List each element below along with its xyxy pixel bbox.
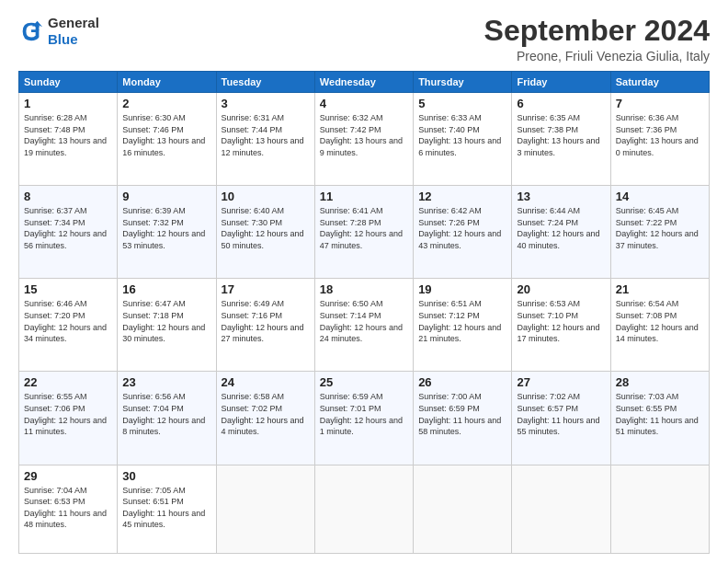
- calendar-day-cell: 22Sunrise: 6:55 AMSunset: 7:06 PMDayligh…: [19, 372, 118, 465]
- day-number: 12: [418, 190, 506, 203]
- calendar-day-cell: 3Sunrise: 6:31 AMSunset: 7:44 PMDaylight…: [216, 93, 314, 186]
- day-number: 26: [418, 375, 506, 389]
- day-info: Sunrise: 6:50 AMSunset: 7:14 PMDaylight:…: [320, 298, 408, 344]
- day-number: 5: [418, 97, 506, 110]
- day-info: Sunrise: 7:03 AMSunset: 6:55 PMDaylight:…: [616, 391, 704, 437]
- calendar-header-cell: Monday: [118, 72, 216, 93]
- day-number: 29: [24, 469, 112, 483]
- calendar-table: SundayMondayTuesdayWednesdayThursdayFrid…: [18, 71, 710, 554]
- day-number: 8: [24, 190, 112, 203]
- calendar-day-cell: 29Sunrise: 7:04 AMSunset: 6:53 PMDayligh…: [19, 465, 118, 554]
- header: General Blue September 2024 Preone, Friu…: [18, 15, 710, 63]
- day-number: 20: [517, 282, 605, 296]
- calendar-day-cell: [414, 465, 512, 554]
- logo-icon: [18, 18, 44, 44]
- calendar-day-cell: 13Sunrise: 6:44 AMSunset: 7:24 PMDayligh…: [512, 186, 610, 279]
- calendar-day-cell: 21Sunrise: 6:54 AMSunset: 7:08 PMDayligh…: [610, 279, 709, 372]
- calendar-day-cell: 9Sunrise: 6:39 AMSunset: 7:32 PMDaylight…: [118, 186, 216, 279]
- day-number: 28: [616, 375, 704, 389]
- calendar-header-cell: Sunday: [19, 72, 118, 93]
- calendar-day-cell: 10Sunrise: 6:40 AMSunset: 7:30 PMDayligh…: [216, 186, 314, 279]
- day-info: Sunrise: 6:28 AMSunset: 7:48 PMDaylight:…: [24, 112, 112, 158]
- calendar-day-cell: 8Sunrise: 6:37 AMSunset: 7:34 PMDaylight…: [19, 186, 118, 279]
- day-number: 11: [320, 190, 408, 203]
- calendar-header-cell: Friday: [512, 72, 610, 93]
- day-number: 6: [517, 97, 605, 110]
- day-number: 19: [418, 282, 506, 296]
- day-number: 27: [517, 375, 605, 389]
- calendar-day-cell: 28Sunrise: 7:03 AMSunset: 6:55 PMDayligh…: [610, 372, 709, 465]
- day-info: Sunrise: 6:30 AMSunset: 7:46 PMDaylight:…: [122, 112, 210, 158]
- day-info: Sunrise: 6:36 AMSunset: 7:36 PMDaylight:…: [616, 112, 704, 158]
- day-info: Sunrise: 6:37 AMSunset: 7:34 PMDaylight:…: [24, 205, 112, 251]
- day-info: Sunrise: 7:05 AMSunset: 6:51 PMDaylight:…: [122, 485, 210, 531]
- logo: General Blue: [18, 15, 99, 48]
- calendar-day-cell: [610, 465, 709, 554]
- calendar-day-cell: 11Sunrise: 6:41 AMSunset: 7:28 PMDayligh…: [314, 186, 413, 279]
- day-number: 1: [24, 97, 112, 110]
- calendar-header-cell: Tuesday: [216, 72, 314, 93]
- day-info: Sunrise: 7:04 AMSunset: 6:53 PMDaylight:…: [24, 485, 112, 531]
- day-info: Sunrise: 6:33 AMSunset: 7:40 PMDaylight:…: [418, 112, 506, 158]
- calendar-week-row: 29Sunrise: 7:04 AMSunset: 6:53 PMDayligh…: [19, 465, 710, 554]
- calendar-day-cell: 18Sunrise: 6:50 AMSunset: 7:14 PMDayligh…: [314, 279, 413, 372]
- calendar-header-cell: Wednesday: [314, 72, 413, 93]
- day-info: Sunrise: 6:46 AMSunset: 7:20 PMDaylight:…: [24, 298, 112, 344]
- day-info: Sunrise: 6:44 AMSunset: 7:24 PMDaylight:…: [517, 205, 605, 251]
- calendar-day-cell: 4Sunrise: 6:32 AMSunset: 7:42 PMDaylight…: [314, 93, 413, 186]
- calendar-day-cell: 1Sunrise: 6:28 AMSunset: 7:48 PMDaylight…: [19, 93, 118, 186]
- day-number: 21: [616, 282, 704, 296]
- calendar-day-cell: 26Sunrise: 7:00 AMSunset: 6:59 PMDayligh…: [414, 372, 512, 465]
- day-info: Sunrise: 6:40 AMSunset: 7:30 PMDaylight:…: [222, 205, 310, 251]
- calendar-day-cell: [314, 465, 413, 554]
- calendar-week-row: 15Sunrise: 6:46 AMSunset: 7:20 PMDayligh…: [19, 279, 710, 372]
- calendar-header-cell: Saturday: [610, 72, 709, 93]
- day-number: 9: [122, 190, 210, 203]
- calendar-day-cell: 17Sunrise: 6:49 AMSunset: 7:16 PMDayligh…: [216, 279, 314, 372]
- calendar-week-row: 8Sunrise: 6:37 AMSunset: 7:34 PMDaylight…: [19, 186, 710, 279]
- day-info: Sunrise: 6:42 AMSunset: 7:26 PMDaylight:…: [418, 205, 506, 251]
- calendar-header-cell: Thursday: [414, 72, 512, 93]
- calendar-header-row: SundayMondayTuesdayWednesdayThursdayFrid…: [19, 72, 710, 93]
- calendar-day-cell: 15Sunrise: 6:46 AMSunset: 7:20 PMDayligh…: [19, 279, 118, 372]
- calendar-day-cell: 23Sunrise: 6:56 AMSunset: 7:04 PMDayligh…: [118, 372, 216, 465]
- day-number: 15: [24, 282, 112, 296]
- calendar-week-row: 1Sunrise: 6:28 AMSunset: 7:48 PMDaylight…: [19, 93, 710, 186]
- day-number: 22: [24, 375, 112, 389]
- day-info: Sunrise: 6:32 AMSunset: 7:42 PMDaylight:…: [320, 112, 408, 158]
- day-number: 13: [517, 190, 605, 203]
- calendar-day-cell: [512, 465, 610, 554]
- day-info: Sunrise: 6:45 AMSunset: 7:22 PMDaylight:…: [616, 205, 704, 251]
- day-info: Sunrise: 6:53 AMSunset: 7:10 PMDaylight:…: [517, 298, 605, 344]
- day-info: Sunrise: 7:02 AMSunset: 6:57 PMDaylight:…: [517, 391, 605, 437]
- calendar-day-cell: 6Sunrise: 6:35 AMSunset: 7:38 PMDaylight…: [512, 93, 610, 186]
- calendar-day-cell: 19Sunrise: 6:51 AMSunset: 7:12 PMDayligh…: [414, 279, 512, 372]
- calendar-body: 1Sunrise: 6:28 AMSunset: 7:48 PMDaylight…: [19, 93, 710, 554]
- day-info: Sunrise: 6:58 AMSunset: 7:02 PMDaylight:…: [222, 391, 310, 437]
- calendar-week-row: 22Sunrise: 6:55 AMSunset: 7:06 PMDayligh…: [19, 372, 710, 465]
- day-number: 25: [320, 375, 408, 389]
- logo-text: General Blue: [48, 15, 99, 48]
- day-number: 14: [616, 190, 704, 203]
- day-info: Sunrise: 6:31 AMSunset: 7:44 PMDaylight:…: [222, 112, 310, 158]
- calendar-day-cell: 12Sunrise: 6:42 AMSunset: 7:26 PMDayligh…: [414, 186, 512, 279]
- day-info: Sunrise: 6:59 AMSunset: 7:01 PMDaylight:…: [320, 391, 408, 437]
- day-info: Sunrise: 6:49 AMSunset: 7:16 PMDaylight:…: [222, 298, 310, 344]
- day-info: Sunrise: 6:47 AMSunset: 7:18 PMDaylight:…: [122, 298, 210, 344]
- page: General Blue September 2024 Preone, Friu…: [0, 0, 728, 563]
- day-info: Sunrise: 6:35 AMSunset: 7:38 PMDaylight:…: [517, 112, 605, 158]
- calendar-day-cell: 14Sunrise: 6:45 AMSunset: 7:22 PMDayligh…: [610, 186, 709, 279]
- day-number: 17: [222, 282, 310, 296]
- subtitle: Preone, Friuli Venezia Giulia, Italy: [484, 49, 710, 63]
- day-info: Sunrise: 6:54 AMSunset: 7:08 PMDaylight:…: [616, 298, 704, 344]
- main-title: September 2024: [484, 15, 710, 47]
- calendar-day-cell: 5Sunrise: 6:33 AMSunset: 7:40 PMDaylight…: [414, 93, 512, 186]
- day-number: 7: [616, 97, 704, 110]
- day-number: 16: [122, 282, 210, 296]
- calendar-day-cell: 30Sunrise: 7:05 AMSunset: 6:51 PMDayligh…: [118, 465, 216, 554]
- day-number: 18: [320, 282, 408, 296]
- day-info: Sunrise: 6:39 AMSunset: 7:32 PMDaylight:…: [122, 205, 210, 251]
- calendar-day-cell: 7Sunrise: 6:36 AMSunset: 7:36 PMDaylight…: [610, 93, 709, 186]
- day-info: Sunrise: 6:56 AMSunset: 7:04 PMDaylight:…: [122, 391, 210, 437]
- calendar-day-cell: 24Sunrise: 6:58 AMSunset: 7:02 PMDayligh…: [216, 372, 314, 465]
